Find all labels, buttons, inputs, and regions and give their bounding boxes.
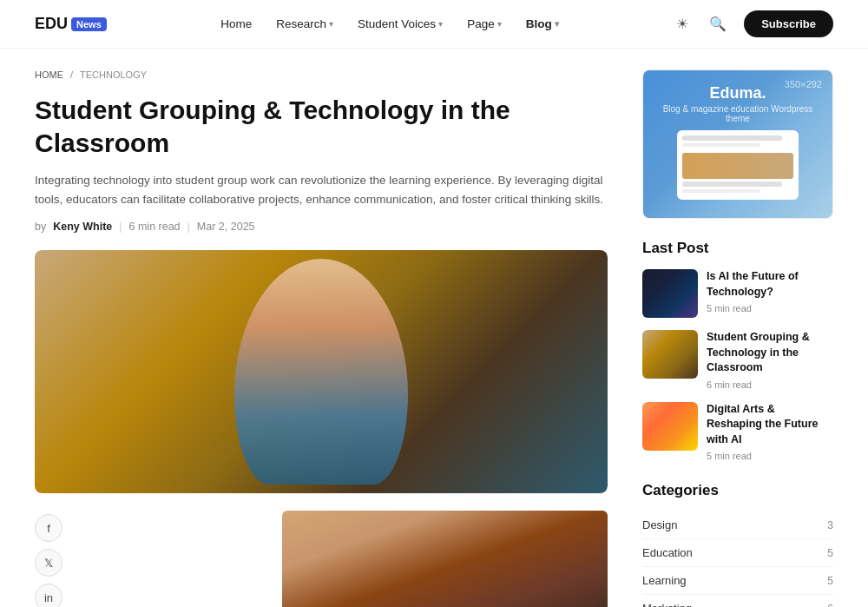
- post-info-3: Digital Arts & Reshaping the Future with…: [707, 402, 833, 462]
- main-nav: Home Research ▾ Student Voices ▾ Page ▾ …: [220, 17, 558, 30]
- ad-subtitle: Blog & magazine education Wordpress them…: [657, 104, 819, 123]
- post-title-1: Is AI the Future of Technology?: [707, 269, 833, 300]
- article-author[interactable]: Keny White: [53, 221, 112, 233]
- sidebar: 350×292 Eduma. Blog & magazine education…: [642, 69, 833, 607]
- hero-image-canvas: [35, 250, 608, 493]
- logo-edu-text: EDU: [35, 15, 68, 33]
- ss-line-2: [682, 143, 760, 147]
- ss-line-3: [682, 181, 782, 187]
- category-learning[interactable]: Learning 5: [642, 567, 833, 595]
- nav-page[interactable]: Page ▾: [467, 17, 502, 30]
- category-name-learning: Learning: [642, 574, 687, 587]
- share-facebook-button[interactable]: f: [35, 514, 62, 542]
- theme-toggle-button[interactable]: ☀: [673, 12, 692, 36]
- article-date: Mar 2, 2025: [197, 221, 255, 233]
- social-share: f 𝕏 in P: [35, 511, 62, 607]
- ss-line-1: [682, 135, 782, 141]
- category-name-marketing: Marketing: [642, 602, 692, 607]
- share-linkedin-button[interactable]: in: [35, 584, 62, 607]
- post-info-1: Is AI the Future of Technology? 5 min re…: [707, 269, 833, 318]
- category-count-education: 5: [827, 547, 833, 559]
- post-thumbnail-2: [642, 330, 698, 379]
- read-time: 6 min read: [129, 221, 181, 233]
- last-posts-section: Last Post Is AI the Future of Technology…: [642, 240, 833, 461]
- breadcrumb: HOME / TECHNOLOGY: [35, 69, 608, 80]
- subscribe-button[interactable]: Subscribe: [744, 10, 833, 37]
- categories-heading: Categories: [642, 482, 833, 499]
- category-name-education: Education: [642, 546, 693, 559]
- sidebar-ad[interactable]: 350×292 Eduma. Blog & magazine education…: [642, 69, 833, 219]
- search-button[interactable]: 🔍: [706, 12, 730, 36]
- hero-figure: [35, 250, 608, 493]
- sidebar-ad-inner: 350×292 Eduma. Blog & magazine education…: [643, 70, 832, 218]
- article-title: Student Grouping & Technology in the Cla…: [35, 94, 608, 159]
- category-education[interactable]: Education 5: [642, 539, 833, 567]
- nav-blog[interactable]: Blog ▾: [526, 17, 559, 30]
- post-title-3: Digital Arts & Reshaping the Future with…: [707, 402, 833, 448]
- nav-home[interactable]: Home: [220, 17, 252, 30]
- category-count-marketing: 6: [827, 603, 833, 608]
- post-readtime-1: 5 min read: [707, 303, 833, 313]
- nav-student-voices[interactable]: Student Voices ▾: [358, 17, 443, 30]
- chevron-down-icon: ▾: [438, 19, 443, 29]
- last-post-heading: Last Post: [642, 240, 833, 257]
- breadcrumb-home[interactable]: HOME: [35, 69, 63, 80]
- post-title-2: Student Grouping & Technology in the Cla…: [707, 330, 833, 376]
- post-thumbnail-3: [642, 402, 698, 451]
- breadcrumb-current: TECHNOLOGY: [80, 69, 147, 80]
- list-item[interactable]: Is AI the Future of Technology? 5 min re…: [642, 269, 833, 318]
- category-name-design: Design: [642, 518, 677, 531]
- second-article-image: [282, 511, 608, 607]
- main-container: HOME / TECHNOLOGY Student Grouping & Tec…: [17, 49, 851, 607]
- meta-separator: |: [119, 221, 122, 233]
- categories-section: Categories Design 3 Education 5 Learning…: [642, 482, 833, 607]
- ad-screenshot: [677, 130, 799, 200]
- category-count-design: 3: [827, 519, 833, 531]
- list-item[interactable]: Digital Arts & Reshaping the Future with…: [642, 402, 833, 462]
- ad-dimensions: 350×292: [785, 79, 822, 89]
- breadcrumb-separator: /: [70, 69, 73, 80]
- chevron-down-icon: ▾: [497, 19, 502, 29]
- post-readtime-3: 5 min read: [707, 451, 833, 461]
- category-count-learning: 5: [827, 575, 833, 587]
- logo[interactable]: EDU News: [35, 15, 107, 33]
- post-thumbnail-1: [642, 269, 698, 318]
- article-meta: by Keny White | 6 min read | Mar 2, 2025: [35, 221, 608, 233]
- chevron-down-icon: ▾: [555, 19, 559, 29]
- article-body: f 𝕏 in P: [35, 511, 608, 607]
- content-area: HOME / TECHNOLOGY Student Grouping & Tec…: [35, 69, 608, 607]
- header-actions: ☀ 🔍 Subscribe: [673, 10, 833, 37]
- header: EDU News Home Research ▾ Student Voices …: [0, 0, 868, 49]
- person-silhouette: [234, 259, 408, 485]
- share-twitter-button[interactable]: 𝕏: [35, 549, 62, 577]
- post-readtime-2: 6 min read: [707, 379, 833, 390]
- nav-research[interactable]: Research ▾: [276, 17, 333, 30]
- ss-img: [682, 153, 793, 179]
- ss-line-4: [682, 189, 760, 193]
- hero-image: [35, 250, 608, 493]
- author-prefix: by: [35, 221, 46, 233]
- post-info-2: Student Grouping & Technology in the Cla…: [707, 330, 833, 390]
- logo-badge: News: [71, 17, 107, 31]
- article-excerpt: Integrating technology into student grou…: [35, 171, 608, 208]
- category-design[interactable]: Design 3: [642, 511, 833, 539]
- list-item[interactable]: Student Grouping & Technology in the Cla…: [642, 330, 833, 390]
- chevron-down-icon: ▾: [329, 19, 333, 29]
- meta-separator-2: |: [187, 221, 190, 233]
- category-marketing[interactable]: Marketing 6: [642, 595, 833, 607]
